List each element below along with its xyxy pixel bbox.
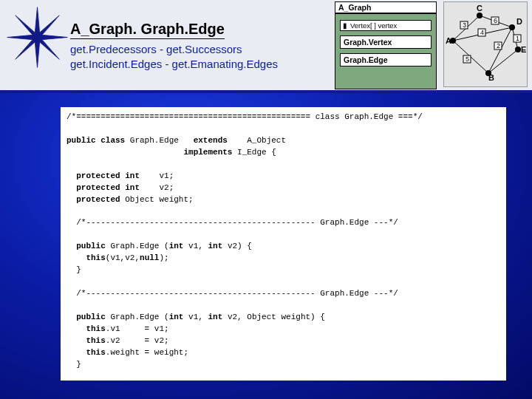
vertex-C: C — [477, 4, 482, 13]
field-icon: ▮ — [343, 21, 347, 30]
subtitle-line-1: get.Predecessors - get.Successors — [70, 42, 278, 57]
page-title: A_Graph. Graph.Edge — [70, 21, 225, 39]
code-panel: /*======================================… — [61, 107, 506, 381]
svg-text:2: 2 — [497, 42, 500, 50]
svg-point-18 — [515, 47, 521, 52]
uml-body: ▮ Vertex[ ] vertex Graph.Vertex Graph.Ed… — [335, 13, 437, 89]
uml-diagram: A_Graph ▮ Vertex[ ] vertex Graph.Vertex … — [335, 1, 437, 89]
uml-field: ▮ Vertex[ ] vertex — [340, 20, 432, 31]
svg-line-14 — [488, 50, 518, 73]
svg-text:5: 5 — [466, 55, 469, 63]
divider-stripe — [0, 90, 532, 93]
compass-star-icon — [6, 6, 69, 69]
svg-text:1: 1 — [516, 35, 519, 42]
svg-marker-7 — [16, 38, 38, 60]
graph-diagram: A B C D E 3 6 4 5 2 1 — [443, 1, 528, 87]
svg-marker-6 — [38, 38, 60, 60]
svg-marker-4 — [16, 16, 38, 38]
field-text: Vertex[ ] vertex — [350, 21, 397, 30]
title-block: A_Graph. Graph.Edge get.Predecessors - g… — [70, 21, 278, 72]
vertex-E: E — [521, 45, 526, 54]
vertex-D: D — [516, 17, 522, 26]
svg-point-17 — [509, 24, 515, 30]
subtitle-line-2: get.Incident.Edges - get.Emanating.Edges — [70, 57, 278, 72]
vertex-B: B — [488, 73, 494, 82]
vertex-A: A — [446, 36, 451, 45]
svg-text:6: 6 — [494, 17, 497, 24]
svg-marker-5 — [38, 16, 60, 38]
uml-class-name: A_Graph — [335, 1, 437, 13]
svg-text:3: 3 — [463, 21, 466, 29]
uml-inner-class-1: Graph.Vertex — [340, 35, 432, 49]
uml-inner-class-2: Graph.Edge — [340, 53, 432, 66]
svg-point-16 — [477, 13, 482, 18]
svg-line-12 — [488, 27, 512, 73]
svg-text:4: 4 — [480, 29, 484, 36]
